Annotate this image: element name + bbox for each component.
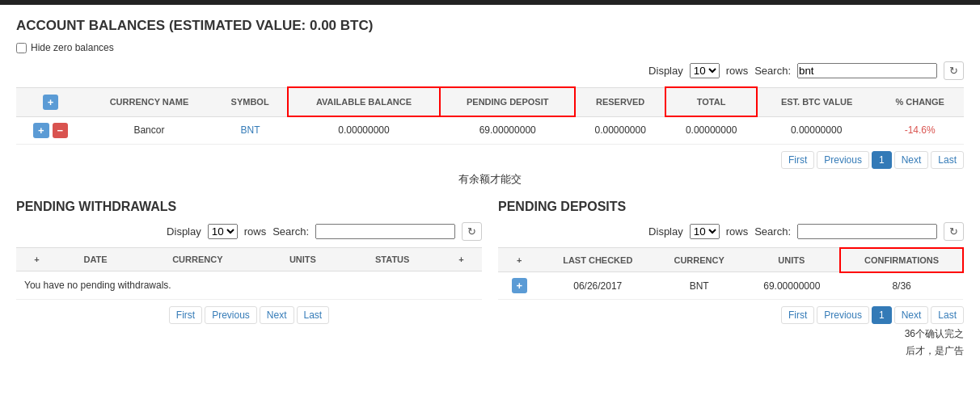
- d-display-label: Display: [648, 225, 683, 238]
- col-change: % CHANGE: [876, 87, 964, 116]
- display-label: Display: [648, 65, 683, 77]
- row-minus-button[interactable]: −: [53, 123, 69, 138]
- two-col-section: PENDING WITHDRAWALS Display 10 25 50 row…: [16, 200, 964, 359]
- row-reserved: 0.00000000: [575, 116, 665, 144]
- balances-first-btn[interactable]: First: [781, 151, 814, 169]
- d-display-select[interactable]: 10 25 50: [690, 224, 720, 239]
- d-row-confirmations: 8/36: [840, 272, 963, 300]
- display-select[interactable]: 10 25 50: [690, 63, 720, 78]
- row-change: -14.6%: [876, 116, 964, 144]
- col-est-btc: EST. BTC VALUE: [757, 87, 877, 116]
- w-last-btn[interactable]: Last: [297, 306, 330, 324]
- d-row-add: +: [498, 272, 541, 300]
- d-col-confirmations: CONFIRMATIONS: [840, 248, 963, 272]
- d-rows-label: rows: [726, 225, 748, 238]
- row-available: 0.00000000: [288, 116, 441, 144]
- search-input[interactable]: [797, 63, 937, 78]
- d-next-btn[interactable]: Next: [894, 306, 929, 324]
- d-table-row: + 06/26/2017 BNT 69.00000000 8/36: [498, 272, 963, 300]
- table-row: + − Bancor BNT 0.00000000 69.00000000 0.…: [16, 116, 964, 144]
- w-col-status: STATUS: [344, 247, 441, 271]
- refresh-button[interactable]: ↻: [944, 61, 964, 80]
- balances-previous-btn[interactable]: Previous: [817, 151, 869, 169]
- row-currency-name: Bancor: [85, 116, 213, 144]
- search-label: Search:: [754, 65, 791, 77]
- w-search-label: Search:: [272, 225, 309, 238]
- chinese-note-1: 36个确认完之: [781, 327, 964, 341]
- row-total: 0.00000000: [665, 116, 756, 144]
- d-row-last-checked: 06/26/2017: [541, 272, 655, 300]
- d-first-btn[interactable]: First: [781, 306, 814, 324]
- balances-pagination: First Previous 1 Next Last: [16, 151, 964, 169]
- withdrawals-table: + DATE CURRENCY UNITS STATUS + You have …: [16, 247, 482, 300]
- d-col-currency: CURRENCY: [655, 248, 744, 272]
- row-symbol: BNT: [213, 116, 288, 144]
- w-col-currency: CURRENCY: [133, 247, 261, 271]
- col-available-balance: AVAILABLE BALANCE: [288, 87, 441, 116]
- col-reserved: RESERVED: [575, 87, 665, 116]
- withdrawals-section: PENDING WITHDRAWALS Display 10 25 50 row…: [16, 200, 482, 359]
- w-col-units: UNITS: [261, 247, 344, 271]
- row-pending: 69.00000000: [440, 116, 574, 144]
- w-col-date: DATE: [57, 247, 133, 271]
- add-balance-button[interactable]: +: [43, 95, 59, 110]
- d-row-units: 69.00000000: [743, 272, 840, 300]
- withdrawals-title: PENDING WITHDRAWALS: [16, 200, 482, 214]
- annotation-text: 有余额才能交: [16, 172, 964, 187]
- d-pagination: First Previous 1 Next Last: [781, 306, 964, 324]
- account-balances-title: ACCOUNT BALANCES (ESTIMATED VALUE: 0.00 …: [16, 18, 964, 34]
- w-display-select[interactable]: 10 25 50: [208, 224, 238, 239]
- col-total: TOTAL: [665, 87, 756, 116]
- d-col-last-checked: LAST CHECKED: [541, 248, 655, 272]
- w-previous-btn[interactable]: Previous: [205, 306, 257, 324]
- col-currency-name: CURRENCY NAME: [85, 87, 213, 116]
- row-buttons: + −: [16, 116, 85, 144]
- w-col-extra: +: [441, 247, 482, 271]
- deposits-section: PENDING DEPOSITS Display 10 25 50 rows S…: [498, 200, 964, 359]
- hide-zero-checkbox[interactable]: [16, 43, 27, 53]
- col-symbol: SYMBOL: [213, 87, 288, 116]
- d-col-add: +: [498, 248, 541, 272]
- d-page-1-btn[interactable]: 1: [872, 306, 892, 324]
- w-no-data-row: You have no pending withdrawals.: [16, 271, 482, 299]
- col-add: +: [16, 87, 85, 116]
- d-col-units: UNITS: [743, 248, 840, 272]
- w-search-input[interactable]: [315, 224, 455, 239]
- w-refresh-button[interactable]: ↻: [462, 222, 482, 241]
- hide-zero-label: Hide zero balances: [31, 42, 114, 53]
- balances-next-btn[interactable]: Next: [894, 151, 929, 169]
- main-container: ACCOUNT BALANCES (ESTIMATED VALUE: 0.00 …: [0, 5, 980, 371]
- symbol-link[interactable]: BNT: [241, 124, 260, 136]
- col-pending-deposit: PENDING DEPOSIT: [440, 87, 574, 116]
- w-pagination: First Previous Next Last: [16, 306, 482, 324]
- deposits-title: PENDING DEPOSITS: [498, 200, 964, 214]
- rows-label: rows: [726, 65, 748, 77]
- hide-zero-row: Hide zero balances: [16, 42, 964, 53]
- chinese-note-2: 后才，是广告: [781, 344, 964, 358]
- row-add-button[interactable]: +: [33, 123, 49, 138]
- d-row-currency: BNT: [655, 272, 744, 300]
- balances-table: + CURRENCY NAME SYMBOL AVAILABLE BALANCE…: [16, 86, 964, 145]
- w-display-label: Display: [167, 225, 201, 238]
- balances-last-btn[interactable]: Last: [931, 151, 964, 169]
- d-search-label: Search:: [754, 225, 791, 238]
- row-btc-value: 0.00000000: [757, 116, 877, 144]
- d-refresh-button[interactable]: ↻: [944, 222, 964, 241]
- w-no-data-text: You have no pending withdrawals.: [16, 271, 482, 299]
- d-last-btn[interactable]: Last: [931, 306, 964, 324]
- w-first-btn[interactable]: First: [169, 306, 202, 324]
- deposits-table: + LAST CHECKED CURRENCY UNITS CONFIRMATI…: [498, 247, 964, 301]
- d-search-input[interactable]: [797, 224, 937, 239]
- w-next-btn[interactable]: Next: [260, 306, 294, 324]
- w-rows-label: rows: [244, 225, 266, 238]
- d-add-button[interactable]: +: [512, 278, 528, 293]
- balances-page-1-btn[interactable]: 1: [872, 151, 892, 169]
- d-previous-btn[interactable]: Previous: [817, 306, 869, 324]
- w-col-add: +: [16, 247, 57, 271]
